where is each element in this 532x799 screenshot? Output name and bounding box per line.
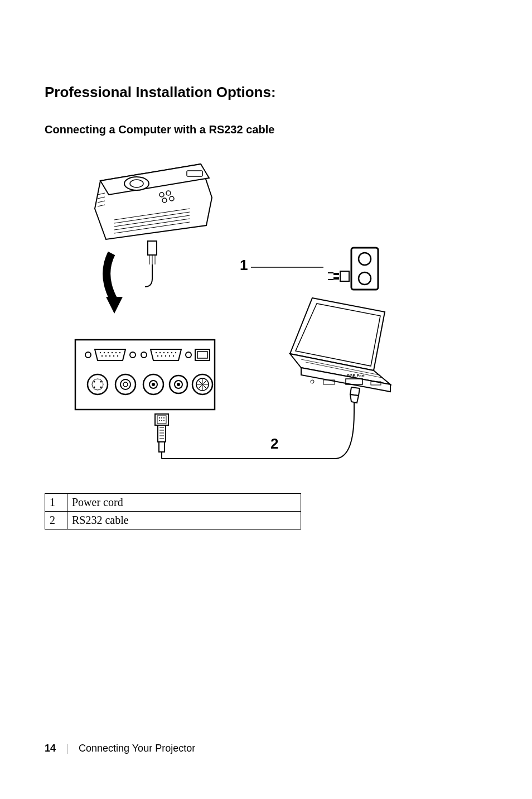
- svg-point-61: [173, 355, 174, 357]
- footer-divider: [67, 744, 67, 754]
- svg-rect-100: [159, 442, 165, 452]
- wall-outlet-illustration: [328, 248, 378, 290]
- subsection-heading: Connecting a Computer with a RS232 cable: [45, 123, 487, 136]
- svg-point-47: [113, 355, 114, 357]
- svg-point-46: [109, 355, 110, 357]
- page-number: 14: [45, 743, 56, 754]
- svg-point-44: [101, 355, 103, 357]
- svg-point-22: [359, 253, 371, 265]
- legend-table: 1 Power cord 2 RS232 cable: [45, 493, 301, 530]
- callout-2: 2: [270, 435, 278, 452]
- rs232-projector-connector: [155, 414, 168, 459]
- svg-point-38: [100, 352, 101, 353]
- svg-point-52: [159, 352, 161, 353]
- svg-point-58: [161, 355, 162, 357]
- svg-marker-20: [106, 297, 123, 314]
- page-footer: 14 Connecting Your Projector: [45, 743, 195, 754]
- svg-point-69: [94, 387, 95, 388]
- svg-point-0: [124, 177, 149, 190]
- power-cord-illustration: [106, 241, 157, 314]
- svg-point-54: [167, 352, 168, 353]
- svg-point-90: [163, 417, 165, 418]
- legend-label: RS232 cable: [67, 512, 301, 530]
- svg-rect-15: [187, 171, 202, 176]
- svg-point-67: [94, 381, 95, 383]
- svg-point-42: [115, 352, 117, 353]
- svg-point-79: [177, 383, 180, 386]
- svg-rect-26: [340, 271, 349, 281]
- rs232-laptop-connector: [350, 387, 360, 412]
- section-heading: Professional Installation Options:: [45, 84, 487, 101]
- callout-1: 1: [240, 257, 248, 273]
- footer-section-title: Connecting Your Projector: [79, 743, 195, 754]
- svg-point-53: [163, 352, 165, 353]
- svg-point-65: [88, 374, 108, 394]
- diagram-svg: 1: [67, 147, 413, 465]
- svg-point-31: [311, 380, 314, 383]
- svg-point-48: [117, 355, 118, 357]
- svg-rect-64: [197, 352, 207, 358]
- rs232-cable-line: [162, 412, 354, 459]
- projector-illustration: [95, 164, 212, 239]
- svg-point-55: [171, 352, 172, 353]
- table-row: 1 Power cord: [45, 494, 301, 512]
- svg-rect-24: [333, 273, 339, 275]
- svg-point-57: [157, 355, 158, 357]
- svg-point-92: [161, 420, 162, 421]
- svg-point-76: [152, 383, 155, 386]
- svg-point-60: [169, 355, 170, 357]
- svg-point-93: [163, 420, 165, 421]
- svg-point-39: [104, 352, 105, 353]
- laptop-illustration: RGB Port: [290, 298, 390, 392]
- legend-num: 2: [45, 512, 67, 530]
- legend-label: Power cord: [67, 494, 301, 512]
- table-row: 2 RS232 cable: [45, 512, 301, 530]
- svg-point-43: [119, 352, 120, 353]
- svg-point-40: [108, 352, 109, 353]
- svg-point-71: [115, 374, 136, 394]
- projector-back-panel: [75, 340, 215, 410]
- svg-point-88: [159, 417, 160, 418]
- svg-point-23: [359, 272, 371, 285]
- svg-point-70: [100, 387, 102, 388]
- svg-point-89: [161, 417, 162, 418]
- svg-point-91: [159, 420, 160, 421]
- rgb-port-label: RGB Port: [347, 374, 365, 378]
- legend-num: 1: [45, 494, 67, 512]
- svg-point-68: [100, 381, 102, 383]
- svg-rect-16: [148, 241, 157, 255]
- svg-point-41: [112, 352, 113, 353]
- svg-point-59: [165, 355, 166, 357]
- svg-point-45: [105, 355, 107, 357]
- connection-diagram: 1: [67, 147, 413, 465]
- svg-point-56: [175, 352, 176, 353]
- svg-rect-87: [157, 416, 166, 423]
- svg-point-51: [156, 352, 157, 353]
- svg-rect-25: [333, 277, 339, 280]
